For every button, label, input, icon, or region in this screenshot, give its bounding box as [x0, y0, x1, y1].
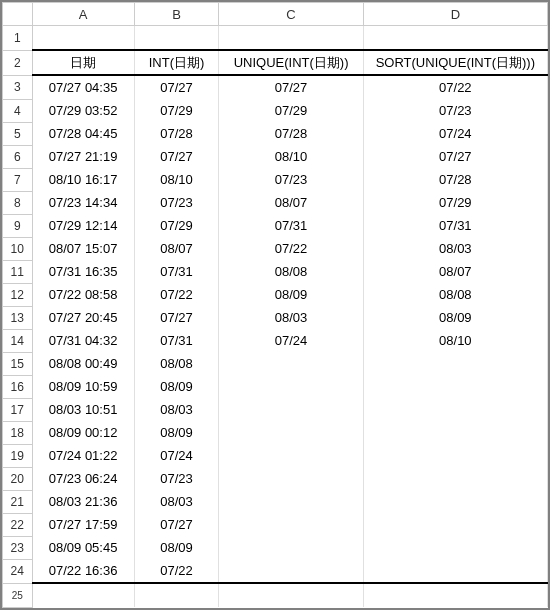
- cell[interactable]: 07/24: [134, 444, 219, 467]
- row-header[interactable]: 17: [3, 398, 33, 421]
- cell[interactable]: [363, 467, 547, 490]
- row-header[interactable]: 2: [3, 50, 33, 75]
- cell[interactable]: 07/22: [219, 237, 363, 260]
- cell[interactable]: 07/29: [134, 99, 219, 122]
- cell[interactable]: 07/23 14:34: [32, 191, 134, 214]
- cell[interactable]: [363, 375, 547, 398]
- cell[interactable]: [32, 26, 134, 51]
- cell[interactable]: [134, 26, 219, 51]
- cell[interactable]: 07/31: [219, 214, 363, 237]
- cell[interactable]: [219, 375, 363, 398]
- cell[interactable]: 08/09 00:12: [32, 421, 134, 444]
- cell[interactable]: 07/31: [363, 214, 547, 237]
- row-header[interactable]: 11: [3, 260, 33, 283]
- cell[interactable]: 08/07 15:07: [32, 237, 134, 260]
- cell[interactable]: 08/07: [363, 260, 547, 283]
- cell[interactable]: 07/22: [134, 283, 219, 306]
- col-header-C[interactable]: C: [219, 3, 363, 26]
- cell[interactable]: 07/28: [134, 122, 219, 145]
- row-header[interactable]: 16: [3, 375, 33, 398]
- cell[interactable]: [363, 352, 547, 375]
- cell[interactable]: [219, 467, 363, 490]
- cell[interactable]: 08/09: [134, 375, 219, 398]
- cell[interactable]: 08/03: [363, 237, 547, 260]
- cell[interactable]: 08/10: [219, 145, 363, 168]
- cell[interactable]: [219, 421, 363, 444]
- cell[interactable]: 07/27 20:45: [32, 306, 134, 329]
- cell[interactable]: 07/27: [363, 145, 547, 168]
- cell[interactable]: 08/03: [134, 398, 219, 421]
- row-header[interactable]: 14: [3, 329, 33, 352]
- cell[interactable]: 07/24 01:22: [32, 444, 134, 467]
- cell[interactable]: 07/27 04:35: [32, 75, 134, 99]
- cell[interactable]: [219, 398, 363, 421]
- row-header[interactable]: 12: [3, 283, 33, 306]
- row-header[interactable]: 3: [3, 75, 33, 99]
- cell[interactable]: [219, 444, 363, 467]
- cell[interactable]: 07/29: [134, 214, 219, 237]
- cell[interactable]: [219, 513, 363, 536]
- cell[interactable]: 07/22 08:58: [32, 283, 134, 306]
- cell-header-A[interactable]: 日期: [32, 50, 134, 75]
- cell[interactable]: [363, 421, 547, 444]
- cell[interactable]: 08/09: [219, 283, 363, 306]
- cell[interactable]: 08/03 21:36: [32, 490, 134, 513]
- row-header[interactable]: 1: [3, 26, 33, 51]
- cell[interactable]: [219, 352, 363, 375]
- cell[interactable]: 08/08: [219, 260, 363, 283]
- cell[interactable]: 08/08: [134, 352, 219, 375]
- row-header[interactable]: 7: [3, 168, 33, 191]
- row-header[interactable]: 23: [3, 536, 33, 559]
- cell[interactable]: 07/23: [134, 467, 219, 490]
- col-header-A[interactable]: A: [32, 3, 134, 26]
- cell[interactable]: 08/08: [363, 283, 547, 306]
- cell[interactable]: 08/07: [219, 191, 363, 214]
- cell[interactable]: 07/24: [363, 122, 547, 145]
- cell[interactable]: 07/29: [363, 191, 547, 214]
- col-header-D[interactable]: D: [363, 3, 547, 26]
- cell[interactable]: 08/03 10:51: [32, 398, 134, 421]
- cell[interactable]: [219, 583, 363, 607]
- cell[interactable]: 07/23: [134, 191, 219, 214]
- cell[interactable]: [219, 26, 363, 51]
- cell[interactable]: 08/10: [363, 329, 547, 352]
- cell[interactable]: 07/27 21:19: [32, 145, 134, 168]
- cell[interactable]: 07/29: [219, 99, 363, 122]
- cell[interactable]: 08/03: [219, 306, 363, 329]
- row-header[interactable]: 13: [3, 306, 33, 329]
- cell[interactable]: 07/29 03:52: [32, 99, 134, 122]
- cell[interactable]: 07/31: [134, 260, 219, 283]
- cell[interactable]: 07/27: [219, 75, 363, 99]
- row-header[interactable]: 18: [3, 421, 33, 444]
- row-header[interactable]: 10: [3, 237, 33, 260]
- row-header[interactable]: 8: [3, 191, 33, 214]
- row-header[interactable]: 22: [3, 513, 33, 536]
- row-header[interactable]: 5: [3, 122, 33, 145]
- cell[interactable]: [219, 536, 363, 559]
- cell[interactable]: 08/09: [134, 536, 219, 559]
- cell[interactable]: 08/10: [134, 168, 219, 191]
- row-header[interactable]: 6: [3, 145, 33, 168]
- cell[interactable]: [219, 490, 363, 513]
- cell[interactable]: [363, 559, 547, 583]
- cell[interactable]: 07/28: [219, 122, 363, 145]
- cell[interactable]: [363, 583, 547, 607]
- cell[interactable]: 07/27: [134, 513, 219, 536]
- cell[interactable]: 07/22: [134, 559, 219, 583]
- cell[interactable]: 07/23: [219, 168, 363, 191]
- row-header[interactable]: 19: [3, 444, 33, 467]
- cell[interactable]: 07/31 04:32: [32, 329, 134, 352]
- cell[interactable]: 07/31 16:35: [32, 260, 134, 283]
- row-header[interactable]: 21: [3, 490, 33, 513]
- cell[interactable]: 08/07: [134, 237, 219, 260]
- col-header-B[interactable]: B: [134, 3, 219, 26]
- cell[interactable]: 08/09: [134, 421, 219, 444]
- cell[interactable]: 08/09 05:45: [32, 536, 134, 559]
- cell[interactable]: 07/31: [134, 329, 219, 352]
- cell[interactable]: [363, 490, 547, 513]
- spreadsheet-grid[interactable]: A B C D 1 2 日期 INT(日期) UNIQUE(INT(日期)) S…: [0, 0, 550, 610]
- select-all-corner[interactable]: [3, 3, 33, 26]
- cell[interactable]: 08/03: [134, 490, 219, 513]
- cell[interactable]: 07/27: [134, 75, 219, 99]
- cell[interactable]: [363, 398, 547, 421]
